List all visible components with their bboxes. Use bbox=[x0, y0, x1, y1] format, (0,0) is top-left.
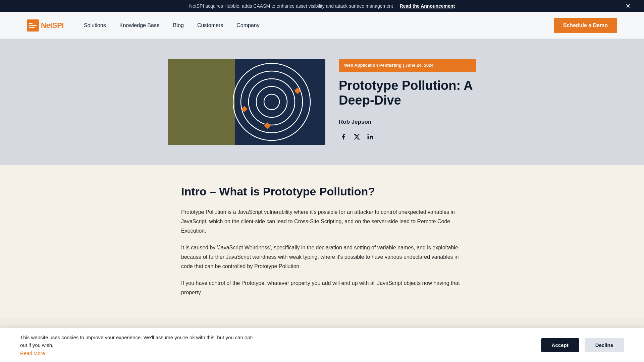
cookie-decline-button[interactable]: Decline bbox=[585, 338, 624, 352]
logo-text: NetSPI bbox=[41, 21, 64, 30]
hero-section: Web Application Pentesting | June 24, 20… bbox=[0, 39, 644, 165]
logo-spi: SPI bbox=[52, 21, 64, 29]
hero-author: Rob Jepson bbox=[339, 119, 476, 125]
announcement-link[interactable]: Read the Announcement bbox=[400, 3, 455, 9]
hero-content: Web Application Pentesting | June 24, 20… bbox=[339, 59, 476, 141]
svg-rect-1 bbox=[29, 23, 33, 24]
svg-rect-2 bbox=[29, 25, 37, 26]
announcement-text: NetSPI acquires Hubble, adds CAASM to en… bbox=[189, 3, 393, 9]
article-heading: Intro – What is Prototype Pollution? bbox=[181, 185, 463, 198]
nav-blog[interactable]: Blog bbox=[173, 22, 184, 28]
logo[interactable]: NetSPI bbox=[27, 19, 64, 32]
hero-title: Prototype Pollution: A Deep-Dive bbox=[339, 78, 476, 108]
nav-company[interactable]: Company bbox=[236, 22, 259, 28]
category-badge: Web Application Pentesting | June 24, 20… bbox=[339, 59, 476, 72]
article-paragraph-3: If you have control of the Prototype, wh… bbox=[181, 279, 463, 297]
main-nav: Solutions Knowledge Base Blog Customers … bbox=[84, 22, 554, 28]
announcement-close-button[interactable]: ✕ bbox=[626, 3, 631, 9]
cookie-read-more-link[interactable]: Read More bbox=[20, 350, 255, 356]
schedule-demo-button[interactable]: Schedule a Demo bbox=[554, 18, 617, 33]
hero-illustration bbox=[168, 59, 325, 145]
svg-point-10 bbox=[264, 94, 279, 110]
cookie-bar: This website uses cookies to improve you… bbox=[0, 327, 644, 362]
article-inner: Intro – What is Prototype Pollution? Pro… bbox=[181, 185, 463, 305]
nav-customers[interactable]: Customers bbox=[197, 22, 223, 28]
article-paragraph-1: Prototype Pollution is a JavaScript vuln… bbox=[181, 207, 463, 236]
cookie-message: This website uses cookies to improve you… bbox=[20, 334, 255, 349]
svg-rect-4 bbox=[168, 59, 235, 145]
announcement-bar: NetSPI acquires Hubble, adds CAASM to en… bbox=[0, 0, 644, 12]
article-body: Intro – What is Prototype Pollution? Pro… bbox=[0, 165, 644, 318]
hero-inner: Web Application Pentesting | June 24, 20… bbox=[168, 59, 476, 145]
social-icons bbox=[339, 132, 476, 141]
svg-rect-3 bbox=[29, 27, 35, 28]
cookie-text-area: This website uses cookies to improve you… bbox=[20, 334, 255, 356]
cookie-accept-button[interactable]: Accept bbox=[541, 338, 579, 352]
nav-solutions[interactable]: Solutions bbox=[84, 22, 106, 28]
facebook-icon[interactable] bbox=[339, 132, 348, 141]
article-paragraph-2: It is caused by 'JavaScript Weirdness', … bbox=[181, 243, 463, 271]
hero-image bbox=[168, 59, 325, 145]
header: NetSPI Solutions Knowledge Base Blog Cus… bbox=[0, 12, 644, 39]
linkedin-icon[interactable] bbox=[366, 132, 375, 141]
logo-icon bbox=[27, 19, 39, 32]
twitter-x-icon[interactable] bbox=[352, 132, 362, 141]
svg-point-15 bbox=[368, 134, 369, 135]
nav-knowledge-base[interactable]: Knowledge Base bbox=[119, 22, 160, 28]
cookie-buttons: Accept Decline bbox=[541, 338, 624, 352]
logo-net: Net bbox=[41, 21, 52, 29]
